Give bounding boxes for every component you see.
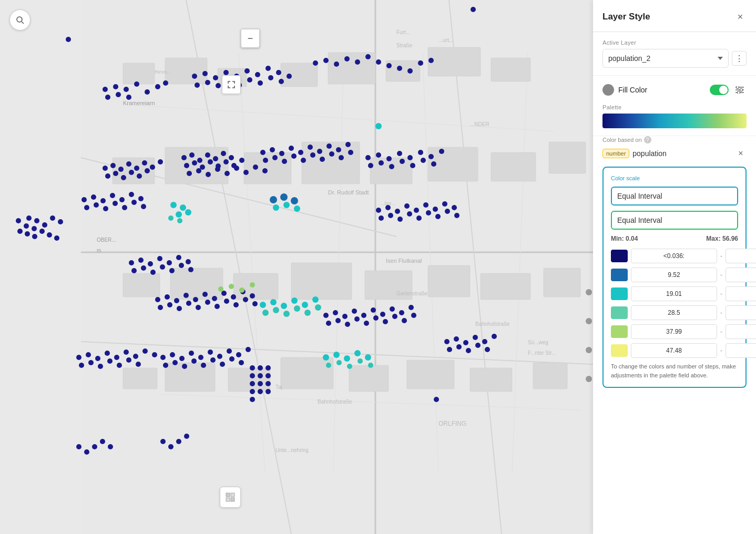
- svg-point-338: [473, 335, 478, 340]
- fullscreen-button[interactable]: [222, 75, 241, 94]
- color-scale-label: Color scale: [611, 175, 738, 181]
- svg-point-174: [263, 158, 268, 163]
- svg-point-331: [265, 365, 271, 371]
- svg-point-332: [265, 373, 271, 378]
- range-to-input-3[interactable]: [726, 305, 756, 320]
- close-panel-button[interactable]: ×: [734, 11, 747, 23]
- color-scale-dropdown[interactable]: Equal Interval: [611, 187, 738, 206]
- active-layer-select[interactable]: population_2 population_1: [602, 49, 729, 68]
- svg-point-66: [124, 87, 129, 92]
- svg-point-294: [170, 352, 175, 357]
- svg-point-126: [150, 165, 155, 170]
- svg-point-279: [95, 356, 100, 361]
- svg-point-110: [34, 218, 39, 223]
- active-layer-section: Active Layer population_2 population_1 ⋮: [593, 32, 756, 75]
- svg-point-385: [416, 215, 422, 221]
- svg-point-103: [418, 60, 423, 66]
- svg-point-284: [142, 348, 148, 354]
- svg-point-184: [270, 196, 277, 203]
- color-ranges: ------: [611, 249, 738, 358]
- range-from-input-5[interactable]: [631, 343, 717, 358]
- svg-point-235: [205, 300, 210, 305]
- range-from-input-1[interactable]: [631, 268, 717, 282]
- active-layer-label: Active Layer: [602, 39, 747, 46]
- svg-point-309: [220, 362, 225, 367]
- svg-point-98: [365, 54, 371, 59]
- zoom-out-button[interactable]: −: [241, 29, 260, 48]
- svg-point-195: [418, 150, 423, 155]
- svg-point-214: [150, 270, 156, 275]
- svg-point-386: [426, 210, 431, 215]
- svg-point-70: [163, 80, 168, 86]
- color-swatch-4[interactable]: [611, 325, 628, 338]
- svg-point-187: [273, 204, 279, 211]
- range-from-input-2[interactable]: [631, 286, 717, 301]
- range-to-input-0[interactable]: [726, 249, 756, 263]
- range-from-input-4[interactable]: [631, 324, 717, 339]
- svg-point-282: [124, 350, 129, 355]
- svg-point-342: [456, 344, 462, 350]
- svg-point-107: [24, 223, 29, 229]
- map-type-button[interactable]: [220, 487, 241, 508]
- search-button[interactable]: [9, 9, 30, 30]
- svg-point-105: [375, 123, 382, 129]
- svg-point-293: [160, 355, 166, 360]
- svg-point-249: [283, 311, 290, 317]
- range-to-input-5[interactable]: [726, 343, 756, 358]
- color-range-row-1: -: [611, 268, 738, 282]
- svg-point-384: [407, 211, 412, 217]
- color-swatch-5[interactable]: [611, 344, 628, 357]
- range-to-input-4[interactable]: [726, 324, 756, 339]
- range-from-input-0[interactable]: [631, 249, 717, 263]
- svg-point-117: [39, 229, 45, 234]
- svg-point-68: [145, 89, 150, 95]
- panel-title: Layer Style: [602, 12, 650, 22]
- svg-point-170: [317, 149, 322, 154]
- layer-options-button[interactable]: ⋮: [732, 51, 747, 66]
- range-from-input-3[interactable]: [631, 305, 717, 320]
- color-swatch-2[interactable]: [611, 287, 628, 300]
- svg-point-263: [380, 312, 385, 317]
- active-layer-row: population_2 population_1 ⋮: [602, 49, 747, 68]
- color-swatch-0[interactable]: [611, 250, 628, 262]
- remove-field-button[interactable]: ×: [735, 148, 747, 159]
- color-swatch-3[interactable]: [611, 306, 628, 319]
- svg-point-216: [169, 268, 175, 273]
- field-name-text: population: [632, 149, 732, 158]
- svg-point-246: [312, 296, 319, 303]
- svg-point-189: [294, 206, 300, 212]
- svg-point-104: [428, 58, 434, 63]
- svg-point-99: [376, 59, 381, 65]
- svg-point-155: [187, 171, 192, 176]
- svg-point-73: [126, 95, 131, 100]
- svg-point-172: [336, 147, 341, 152]
- svg-point-236: [214, 304, 220, 309]
- svg-point-114: [17, 229, 23, 234]
- palette-bar[interactable]: [602, 114, 747, 128]
- svg-point-257: [323, 313, 329, 318]
- svg-point-219: [155, 297, 160, 302]
- svg-point-241: [260, 302, 266, 308]
- svg-point-179: [310, 152, 315, 158]
- fill-color-toggle[interactable]: [710, 85, 729, 95]
- svg-point-161: [243, 170, 249, 175]
- svg-point-176: [282, 159, 287, 164]
- equal-interval-input[interactable]: [611, 211, 738, 230]
- svg-point-297: [198, 355, 203, 360]
- svg-point-82: [276, 70, 281, 75]
- svg-point-79: [244, 68, 250, 74]
- fill-color-label: Fill Color: [618, 86, 706, 94]
- range-to-input-1[interactable]: [726, 268, 756, 282]
- svg-point-218: [188, 267, 193, 272]
- svg-rect-393: [231, 493, 234, 497]
- color-swatch-1[interactable]: [611, 269, 628, 281]
- fill-color-filter-button[interactable]: [733, 83, 747, 97]
- info-icon[interactable]: ?: [644, 136, 651, 143]
- svg-point-233: [186, 301, 191, 306]
- range-dash-2: -: [720, 290, 722, 297]
- svg-point-382: [388, 213, 393, 218]
- svg-point-194: [407, 155, 413, 160]
- svg-point-116: [32, 234, 37, 239]
- range-to-input-2[interactable]: [726, 286, 756, 301]
- hint-text: To change the colors and number of steps…: [611, 362, 738, 379]
